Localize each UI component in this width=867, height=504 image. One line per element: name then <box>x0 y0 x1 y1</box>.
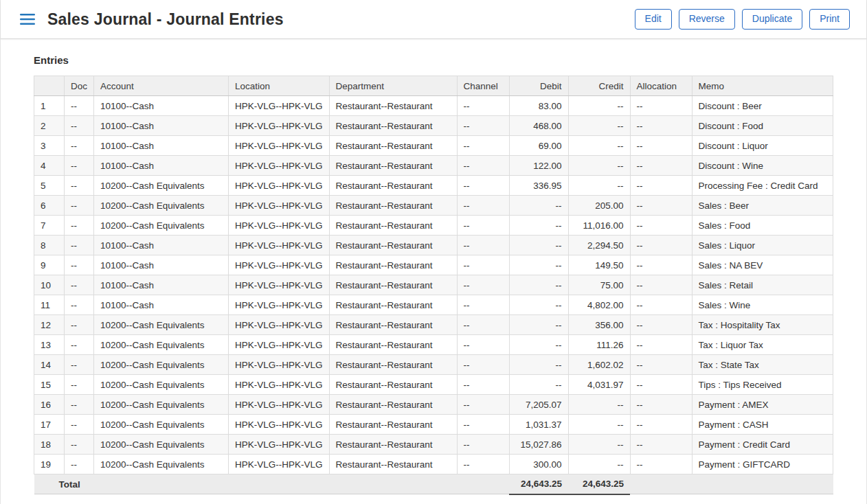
cell-credit: 75.00 <box>568 275 630 295</box>
cell-department: Restaurant--Restaurant <box>329 255 457 275</box>
cell-channel: -- <box>457 156 509 176</box>
cell-account: 10100--Cash <box>94 295 229 315</box>
cell-location: HPK-VLG--HPK-VLG <box>229 435 330 455</box>
cell-account: 10200--Cash Equivalents <box>94 176 229 196</box>
col-header-rownum <box>34 76 65 96</box>
cell-account: 10100--Cash <box>94 156 229 176</box>
cell-memo: Payment : CASH <box>692 415 833 435</box>
cell-account: 10200--Cash Equivalents <box>94 415 229 435</box>
cell-memo: Payment : AMEX <box>692 395 833 415</box>
row-number: 18 <box>34 435 65 455</box>
cell-department: Restaurant--Restaurant <box>329 136 457 156</box>
cell-allocation: -- <box>630 295 692 315</box>
cell-account: 10100--Cash <box>94 96 229 116</box>
col-header-channel: Channel <box>457 76 509 96</box>
cell-credit: -- <box>568 96 630 116</box>
duplicate-button[interactable]: Duplicate <box>742 9 802 29</box>
cell-credit: -- <box>568 455 630 474</box>
cell-channel: -- <box>457 355 509 375</box>
cell-credit: 1,602.02 <box>568 355 630 375</box>
cell-channel: -- <box>457 335 509 355</box>
cell-memo: Sales : Liquor <box>692 236 833 255</box>
cell-doc: -- <box>65 275 94 295</box>
cell-allocation: -- <box>630 415 692 435</box>
cell-doc: -- <box>65 395 94 415</box>
total-spacer <box>457 474 509 494</box>
cell-location: HPK-VLG--HPK-VLG <box>229 96 330 116</box>
page: Sales Journal - Journal Entries Edit Rev… <box>0 0 867 504</box>
table-row: 4--10100--CashHPK-VLG--HPK-VLGRestaurant… <box>34 156 833 176</box>
cell-allocation: -- <box>630 355 692 375</box>
row-number: 17 <box>34 415 65 435</box>
cell-allocation: -- <box>630 455 692 474</box>
print-button[interactable]: Print <box>809 9 850 29</box>
total-spacer <box>229 474 330 494</box>
cell-memo: Tips : Tips Received <box>692 375 833 395</box>
cell-memo: Tax : Liquor Tax <box>692 335 833 355</box>
cell-account: 10200--Cash Equivalents <box>94 375 229 395</box>
cell-memo: Payment : Credit Card <box>692 435 833 455</box>
cell-debit: -- <box>509 275 568 295</box>
edit-button[interactable]: Edit <box>635 9 672 29</box>
cell-account: 10200--Cash Equivalents <box>94 395 229 415</box>
row-number: 16 <box>34 395 65 415</box>
table-row: 10--10100--CashHPK-VLG--HPK-VLGRestauran… <box>34 275 833 295</box>
cell-debit: 15,027.86 <box>509 435 568 455</box>
cell-account: 10200--Cash Equivalents <box>94 455 229 474</box>
cell-doc: -- <box>65 136 94 156</box>
cell-department: Restaurant--Restaurant <box>329 315 457 335</box>
cell-department: Restaurant--Restaurant <box>329 156 457 176</box>
reverse-button[interactable]: Reverse <box>679 9 735 29</box>
cell-department: Restaurant--Restaurant <box>329 375 457 395</box>
cell-debit: 336.95 <box>509 176 568 196</box>
cell-debit: 300.00 <box>509 455 568 474</box>
cell-credit: 111.26 <box>568 335 630 355</box>
cell-department: Restaurant--Restaurant <box>329 435 457 455</box>
row-number: 8 <box>34 236 65 255</box>
cell-memo: Processing Fee : Credit Card <box>692 176 833 196</box>
cell-account: 10200--Cash Equivalents <box>94 435 229 455</box>
list-menu-icon[interactable] <box>20 13 35 25</box>
cell-allocation: -- <box>630 216 692 236</box>
cell-account: 10200--Cash Equivalents <box>94 315 229 335</box>
cell-location: HPK-VLG--HPK-VLG <box>229 216 330 236</box>
cell-channel: -- <box>457 255 509 275</box>
cell-doc: -- <box>65 315 94 335</box>
cell-channel: -- <box>457 275 509 295</box>
row-number: 3 <box>34 136 65 156</box>
table-header: Doc Account Location Department Channel … <box>34 76 833 96</box>
cell-memo: Sales : Wine <box>692 295 833 315</box>
cell-credit: 2,294.50 <box>568 236 630 255</box>
cell-department: Restaurant--Restaurant <box>329 196 457 216</box>
cell-allocation: -- <box>630 176 692 196</box>
cell-debit: 122.00 <box>509 156 568 176</box>
table-row: 1--10100--CashHPK-VLG--HPK-VLGRestaurant… <box>34 96 833 116</box>
table-row: 8--10100--CashHPK-VLG--HPK-VLGRestaurant… <box>34 236 833 255</box>
table-footer: Total 24,643.25 24,643.25 <box>34 474 833 494</box>
cell-channel: -- <box>457 295 509 315</box>
cell-memo: Tax : State Tax <box>692 355 833 375</box>
cell-allocation: -- <box>630 335 692 355</box>
row-number: 10 <box>34 275 65 295</box>
cell-allocation: -- <box>630 435 692 455</box>
cell-allocation: -- <box>630 96 692 116</box>
cell-credit: 205.00 <box>568 196 630 216</box>
cell-debit: -- <box>509 236 568 255</box>
cell-account: 10200--Cash Equivalents <box>94 216 229 236</box>
cell-department: Restaurant--Restaurant <box>329 176 457 196</box>
cell-doc: -- <box>65 196 94 216</box>
cell-memo: Discount : Food <box>692 116 833 136</box>
table-row: 18--10200--Cash EquivalentsHPK-VLG--HPK-… <box>34 435 833 455</box>
top-bar: Sales Journal - Journal Entries Edit Rev… <box>1 0 866 39</box>
cell-doc: -- <box>65 156 94 176</box>
cell-account: 10100--Cash <box>94 136 229 156</box>
cell-location: HPK-VLG--HPK-VLG <box>229 116 330 136</box>
table-row: 2--10100--CashHPK-VLG--HPK-VLGRestaurant… <box>34 116 833 136</box>
cell-location: HPK-VLG--HPK-VLG <box>229 375 330 395</box>
cell-credit: 149.50 <box>568 255 630 275</box>
cell-location: HPK-VLG--HPK-VLG <box>229 275 330 295</box>
cell-debit: -- <box>509 196 568 216</box>
cell-department: Restaurant--Restaurant <box>329 236 457 255</box>
cell-location: HPK-VLG--HPK-VLG <box>229 355 330 375</box>
cell-credit: -- <box>568 415 630 435</box>
